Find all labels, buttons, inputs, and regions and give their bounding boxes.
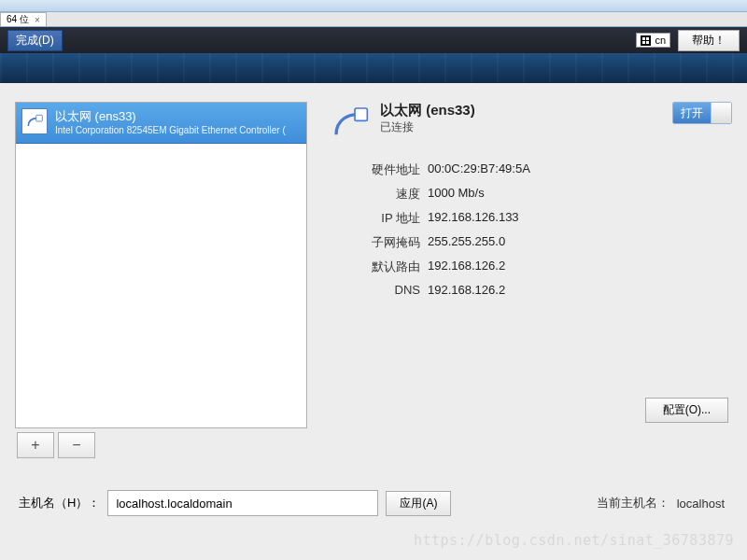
row-mask: 子网掩码 255.255.255.0 bbox=[330, 234, 732, 251]
nic-item-subtitle: Intel Corporation 82545EM Gigabit Ethern… bbox=[55, 125, 299, 135]
label-dns: DNS bbox=[330, 283, 428, 297]
current-hostname-value: localhost bbox=[677, 497, 728, 511]
value-speed: 1000 Mb/s bbox=[428, 186, 485, 203]
window-titlebar bbox=[0, 0, 747, 12]
ethernet-large-icon bbox=[330, 102, 371, 143]
current-hostname-label: 当前主机名： bbox=[597, 495, 669, 511]
hostname-label: 主机名（H）： bbox=[19, 495, 100, 511]
add-nic-button[interactable]: + bbox=[17, 432, 54, 458]
value-hwaddr: 00:0C:29:B7:49:5A bbox=[428, 161, 530, 178]
ethernet-icon bbox=[21, 108, 48, 134]
row-hwaddr: 硬件地址 00:0C:29:B7:49:5A bbox=[330, 161, 732, 178]
watermark-text: https://blog.csdn.net/sinat_36783879 bbox=[414, 532, 734, 549]
detail-status: 已连接 bbox=[380, 119, 663, 135]
connection-toggle[interactable]: 打开 bbox=[672, 102, 732, 124]
keyboard-icon bbox=[641, 35, 651, 46]
nic-item-title: 以太网 (ens33) bbox=[55, 108, 299, 125]
value-mask: 255.255.255.0 bbox=[428, 234, 505, 251]
svg-rect-1 bbox=[355, 108, 367, 120]
hostname-row: 主机名（H）： 应用(A) 当前主机名： localhost bbox=[0, 475, 747, 516]
configure-button[interactable]: 配置(O)... bbox=[645, 398, 728, 423]
row-gateway: 默认路由 192.168.126.2 bbox=[330, 259, 732, 275]
input-method-indicator[interactable]: cn bbox=[636, 33, 670, 48]
tab-close-icon[interactable]: × bbox=[35, 15, 40, 25]
tab-label: 64 位 bbox=[7, 13, 29, 26]
detail-properties: 硬件地址 00:0C:29:B7:49:5A 速度 1000 Mb/s IP 地… bbox=[330, 161, 732, 297]
label-hwaddr: 硬件地址 bbox=[330, 161, 428, 178]
row-speed: 速度 1000 Mb/s bbox=[330, 186, 732, 203]
value-gateway: 192.168.126.2 bbox=[428, 259, 505, 275]
row-ip: IP 地址 192.168.126.133 bbox=[330, 210, 732, 227]
nic-list[interactable]: 以太网 (ens33) Intel Corporation 82545EM Gi… bbox=[15, 102, 307, 428]
help-button[interactable]: 帮助！ bbox=[678, 30, 740, 51]
remove-nic-button[interactable]: − bbox=[58, 432, 95, 458]
row-dns: DNS 192.168.126.2 bbox=[330, 283, 732, 297]
input-method-label: cn bbox=[655, 35, 666, 46]
svg-rect-0 bbox=[36, 115, 43, 121]
nic-item-ens33[interactable]: 以太网 (ens33) Intel Corporation 82545EM Gi… bbox=[16, 103, 306, 144]
nic-list-toolbar: + − bbox=[15, 432, 307, 458]
nic-details-pane: 以太网 (ens33) 已连接 打开 硬件地址 00:0C:29:B7:49:5… bbox=[330, 102, 732, 458]
label-gateway: 默认路由 bbox=[330, 259, 428, 275]
value-ip: 192.168.126.133 bbox=[428, 210, 519, 227]
tab-strip: 64 位 × bbox=[0, 12, 747, 27]
label-mask: 子网掩码 bbox=[330, 234, 428, 251]
label-ip: IP 地址 bbox=[330, 210, 428, 227]
hostname-input[interactable] bbox=[107, 490, 378, 516]
network-settings-body: 以太网 (ens33) Intel Corporation 82545EM Gi… bbox=[0, 83, 747, 475]
header-banner bbox=[0, 53, 747, 83]
toggle-knob bbox=[711, 103, 731, 123]
tab-64bit[interactable]: 64 位 × bbox=[0, 12, 47, 26]
nic-sidebar: 以太网 (ens33) Intel Corporation 82545EM Gi… bbox=[15, 102, 307, 458]
label-speed: 速度 bbox=[330, 186, 428, 203]
detail-title: 以太网 (ens33) bbox=[380, 102, 663, 119]
apply-hostname-button[interactable]: 应用(A) bbox=[386, 491, 451, 516]
toggle-on-label: 打开 bbox=[673, 103, 711, 123]
header-bar: 完成(D) cn 帮助！ bbox=[0, 27, 747, 53]
window-root: { "tab": { "label": "64 位", "close": "×"… bbox=[0, 0, 747, 560]
done-button[interactable]: 完成(D) bbox=[7, 30, 63, 51]
value-dns: 192.168.126.2 bbox=[428, 283, 505, 297]
